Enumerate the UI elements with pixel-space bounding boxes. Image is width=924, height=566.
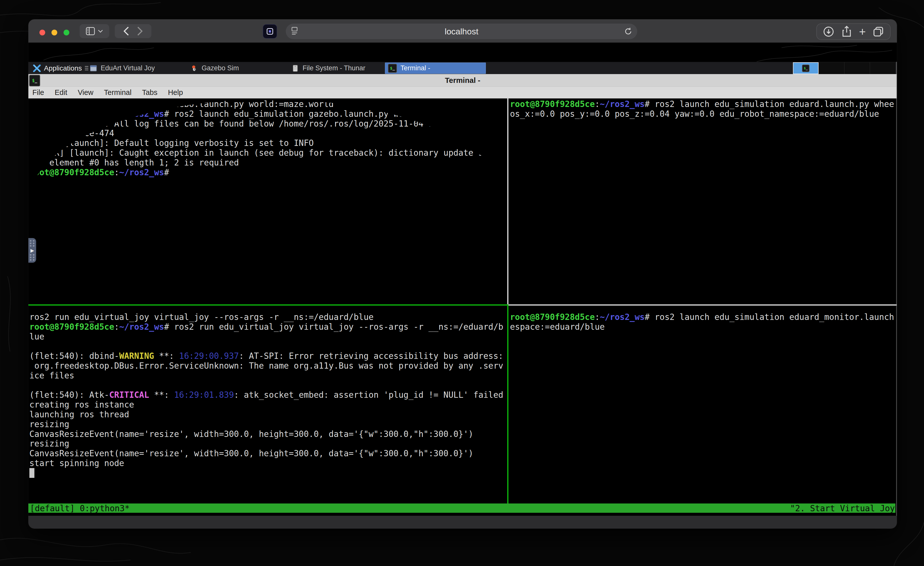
taskbar-item-eduart[interactable]: EduArt Virtual Joy [87, 63, 186, 74]
menu-tabs[interactable]: Tabs [142, 89, 158, 97]
desktop-pattern [28, 43, 897, 62]
menu-edit[interactable]: Edit [55, 89, 67, 97]
desktop-background: localhost + [0, 0, 924, 566]
terminal-text-segment: root@8790f928d5ce [29, 109, 114, 119]
terminal-text-segment: # [164, 168, 174, 177]
terminal-line: -8790f928d5ce-474 [29, 128, 507, 138]
novnc-handle[interactable]: ▶ [28, 238, 36, 263]
terminal-line: root@8790f928d5ce:~/ros2_ws# ros2 launch… [510, 99, 894, 109]
browser-toolbar: localhost + [28, 20, 897, 43]
terminal-line: os_x:=0.0 pos_y:=0.0 pos_z:=0.04 yaw:=0.… [510, 109, 894, 119]
terminal-text-segment: : AT-SPI: Error retrieving accessibility… [239, 351, 503, 361]
forward-button[interactable] [136, 26, 143, 36]
zoom-button[interactable] [63, 30, 69, 35]
workspace-4[interactable] [870, 62, 896, 74]
terminal-text-segment: nce element #0 has length 1; 2 is requir… [29, 158, 239, 168]
menu-terminal[interactable]: Terminal [104, 89, 132, 97]
terminal-text-segment: **: [154, 351, 179, 361]
new-tab-button[interactable]: + [859, 26, 866, 38]
terminal-text-segment: ~/ros2_ws [600, 99, 645, 109]
terminal-line: root@8790f928d5ce:~/ros2_ws# ros2 run ed… [29, 322, 507, 332]
pane-border-vertical-bottom[interactable] [507, 304, 508, 503]
xfce-logo-icon [33, 65, 41, 72]
tmux-session-info: [default] 0:python3* [30, 503, 129, 513]
terminal-text-segment: : [114, 109, 119, 119]
terminal-text-segment: CRITICAL [109, 390, 149, 400]
terminal-text-segment: # ros2 launch edu_simulation eduard_moni… [645, 312, 894, 322]
terminal-text-segment: : [595, 312, 600, 322]
workspace-1[interactable]: $_ [793, 62, 819, 74]
terminal-text-segment: resizing [29, 419, 69, 429]
terminal-line: root@8790f928d5ce:~/ros2_ws# ros2 launch… [29, 109, 507, 119]
terminal-text-segment: ~/ros2_ws [119, 109, 164, 119]
taskbar-item-terminal[interactable]: $_ Terminal - [385, 63, 486, 74]
terminal-text-segment: ros2 run edu_virtual_joy virtual_joy --r… [29, 312, 374, 322]
terminal-window-icon[interactable]: $_ [29, 75, 40, 86]
terminal-text-segment: CanvasResizeEvent(name='resize', width=3… [29, 449, 473, 458]
navigation-buttons [115, 24, 152, 38]
pane-top-right[interactable]: root@8790f928d5ce:~/ros2_ws# ros2 launch… [510, 99, 894, 304]
workspace-3[interactable] [844, 62, 870, 74]
terminal-line [29, 468, 507, 478]
pane-top-left[interactable]: ros2 launch edu_simulation gazebo.launch… [29, 99, 507, 304]
tab-overview-button[interactable] [873, 26, 884, 38]
terminal-text-segment: WARNING [119, 351, 154, 361]
url-text: localhost [286, 27, 637, 36]
terminal-line: org.freedesktop.DBus.Error.ServiceUnknow… [29, 361, 507, 371]
pane-bottom-left[interactable]: ros2 run edu_virtual_joy virtual_joy --r… [29, 312, 507, 503]
applications-menu-button[interactable]: Applications [30, 62, 91, 74]
pane-bottom-right[interactable]: root@8790f928d5ce:~/ros2_ws# ros2 launch… [510, 312, 894, 503]
pane-border-horizontal-left[interactable] [28, 304, 507, 306]
terminal-icon: $_ [802, 65, 810, 72]
share-button[interactable] [841, 26, 852, 38]
taskbar-item-gazebo[interactable]: Gazebo Sim [188, 63, 287, 74]
expand-arrow-icon: ▶ [30, 248, 34, 253]
workspace-switcher: $_ [793, 62, 896, 74]
taskbar-item-thunar[interactable]: File System - Thunar [288, 63, 388, 74]
terminal-text-segment: root@8790f928d5ce [510, 312, 595, 322]
address-bar[interactable]: localhost [286, 24, 637, 39]
minimize-button[interactable] [51, 30, 57, 35]
reload-button[interactable] [624, 27, 633, 36]
taskbar-item-label: File System - Thunar [303, 64, 365, 72]
terminal-text-segment: ~/ros2_ws [119, 322, 164, 332]
terminal-titlebar[interactable]: $_ Terminal - [28, 74, 897, 86]
terminal-line: [INFO] [launch]: All log files can be fo… [29, 119, 507, 129]
terminal-text-segment: (flet:540): Atk- [29, 390, 109, 400]
tmux-window-title: "2. Start Virtual Joy [790, 503, 895, 513]
extension-button[interactable] [263, 25, 277, 38]
terminal-line: root@8790f928d5ce:~/ros2_ws# [29, 168, 507, 177]
terminal-line [29, 341, 507, 351]
terminal-title: Terminal - [445, 76, 480, 85]
terminal-line: [ERROR] [launch]: Caught exception in la… [29, 148, 507, 158]
menu-help[interactable]: Help [168, 89, 183, 97]
terminal-text-segment: root@8790f928d5ce [29, 168, 114, 177]
taskbar-item-label: Terminal - [400, 64, 430, 72]
menu-view[interactable]: View [78, 89, 93, 97]
back-button[interactable] [123, 26, 130, 36]
workspace-2[interactable] [819, 62, 844, 74]
taskbar-item-label: EduArt Virtual Joy [100, 64, 155, 72]
pane-border-horizontal-right[interactable] [508, 304, 897, 306]
download-button[interactable] [823, 26, 834, 38]
terminal-cursor [29, 468, 34, 478]
terminal-text-segment: 16:29:00.937 [179, 351, 239, 361]
terminal-text-segment: root@8790f928d5ce [29, 322, 114, 332]
pane-border-vertical-top[interactable] [507, 98, 508, 304]
terminal-text-segment: # ros2 launch edu_simulation eduard.laun… [645, 99, 894, 109]
sidebar-icon [86, 27, 95, 35]
terminal-text-segment: ros2 launch edu_simulation gazebo.launch… [29, 99, 334, 109]
terminal-line: nce element #0 has length 1; 2 is requir… [29, 158, 507, 168]
terminal-text-segment: org.freedesktop.DBus.Error.ServiceUnknow… [29, 361, 503, 371]
terminal-text-segment: ~/ros2_ws [600, 312, 645, 322]
extension-icon [266, 27, 274, 36]
terminal-text-segment: # ros2 run edu_virtual_joy virtual_joy -… [164, 322, 503, 332]
terminal-text-segment: [ERROR] [launch]: Caught exception in la… [29, 148, 503, 158]
page-preview-icon [291, 27, 298, 36]
terminal-text-segment: CanvasResizeEvent(name='resize', width=3… [29, 429, 473, 439]
close-button[interactable] [39, 30, 45, 35]
sidebar-button[interactable] [80, 24, 109, 38]
menu-file[interactable]: File [32, 89, 44, 97]
chevron-down-icon [98, 29, 103, 33]
terminal-line: (flet:540): dbind-WARNING **: 16:29:00.9… [29, 351, 507, 361]
